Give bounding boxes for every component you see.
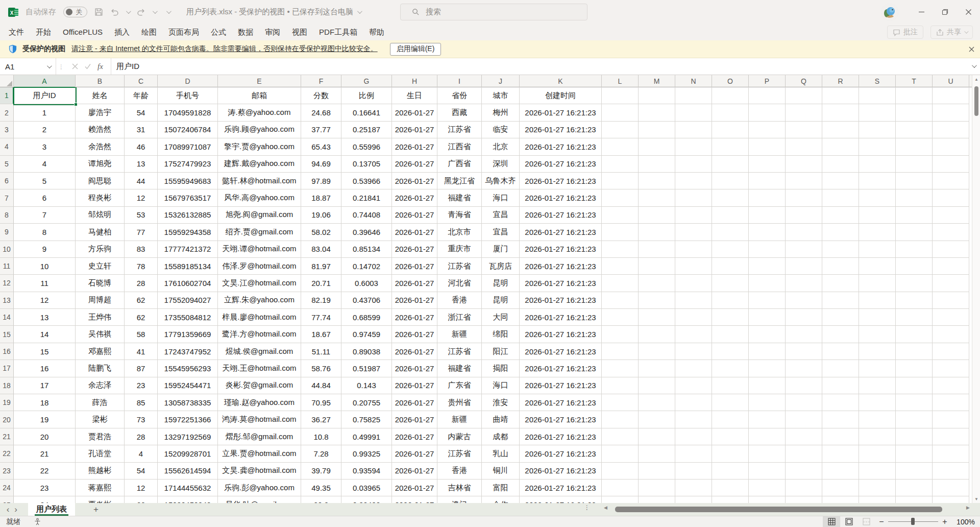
cell-Q12[interactable] [786,275,822,292]
cell-D21[interactable]: 13297192569 [158,428,218,445]
cell-T11[interactable] [896,258,933,275]
cell-H1[interactable]: 生日 [392,87,437,104]
column-header-F[interactable]: F [301,75,341,87]
cell-A17[interactable]: 16 [14,360,76,377]
cell-A6[interactable]: 5 [14,173,76,189]
cell-E24[interactable]: 乐驹.彭@yahoo.com [218,480,301,496]
menu-tab-文件[interactable]: 文件 [9,28,24,37]
cell-O3[interactable] [712,122,749,138]
cell-D18[interactable]: 15952454471 [158,377,218,394]
cell-O6[interactable] [712,173,749,189]
cell-O15[interactable] [712,326,749,343]
cell-B21[interactable]: 贾君浩 [76,428,125,445]
cell-T23[interactable] [896,463,933,480]
cell-B2[interactable]: 廖浩宇 [76,104,125,121]
cell-J12[interactable]: 昆明 [482,275,520,292]
cell-S19[interactable] [859,394,896,411]
cell-G1[interactable]: 比例 [341,87,392,104]
cell-Q18[interactable] [786,377,822,394]
cell-D6[interactable]: 15595949683 [158,173,218,189]
cell-B11[interactable]: 史立轩 [76,258,125,275]
menu-tab-绘图[interactable]: 绘图 [141,28,157,37]
cell-E11[interactable]: 伟泽.罗@hotmail.com [218,258,301,275]
vertical-scrollbar[interactable]: ▲ ▼ [972,75,980,503]
cell-S25[interactable] [859,496,896,503]
cell-O5[interactable] [712,156,749,173]
cell-E22[interactable]: 立果.贾@hotmail.com [218,445,301,462]
cell-K4[interactable]: 2026-01-27 16:21:23 [520,138,602,155]
cell-N22[interactable] [675,445,712,462]
formula-content[interactable]: 用户ID [111,58,980,75]
cell-Q13[interactable] [786,292,822,309]
column-header-H[interactable]: H [392,75,437,87]
cell-E15[interactable]: 鹭洋.方@hotmail.com [218,326,301,343]
cell-H17[interactable]: 2026-01-27 [392,360,437,377]
cell-R19[interactable] [822,394,859,411]
cell-F10[interactable]: 83.04 [301,241,341,258]
cell-U18[interactable] [933,377,969,394]
cell-I20[interactable]: 新疆 [437,411,482,428]
cell-G12[interactable]: 0.6003 [341,275,392,292]
cell-F4[interactable]: 65.43 [301,138,341,155]
cell-R18[interactable] [822,377,859,394]
cell-R4[interactable] [822,138,859,155]
close-button[interactable] [957,0,980,24]
cell-B7[interactable]: 程炎彬 [76,189,125,206]
cell-M14[interactable] [639,309,675,326]
cell-L24[interactable] [602,480,639,496]
cell-M4[interactable] [639,138,675,155]
cell-F16[interactable]: 51.11 [301,343,341,360]
cell-R13[interactable] [822,292,859,309]
cell-G6[interactable]: 0.53966 [341,173,392,189]
cell-T12[interactable] [896,275,933,292]
cell-P21[interactable] [749,428,786,445]
cell-G5[interactable]: 0.13705 [341,156,392,173]
column-header-C[interactable]: C [125,75,158,87]
cell-D14[interactable]: 17355084812 [158,309,218,326]
cell-O22[interactable] [712,445,749,462]
cell-D5[interactable]: 17527479923 [158,156,218,173]
cell-U17[interactable] [933,360,969,377]
cell-L3[interactable] [602,122,639,138]
cell-T24[interactable] [896,480,933,496]
cell-F19[interactable]: 70.95 [301,394,341,411]
cell-G18[interactable]: 0.143 [341,377,392,394]
cell-N21[interactable] [675,428,712,445]
cell-K7[interactable]: 2026-01-27 16:21:23 [520,189,602,206]
cell-J6[interactable]: 乌鲁木齐 [482,173,520,189]
cell-G15[interactable]: 0.97459 [341,326,392,343]
cell-L25[interactable] [602,496,639,503]
cell-C22[interactable]: 4 [125,445,158,462]
cell-T22[interactable] [896,445,933,462]
cell-F7[interactable]: 18.87 [301,189,341,206]
cell-J11[interactable]: 瓦房店 [482,258,520,275]
row-header-23[interactable]: 23 [0,463,14,480]
cell-H24[interactable]: 2026-01-27 [392,480,437,496]
cell-I25[interactable]: 澳门 [437,496,482,503]
row-header-8[interactable]: 8 [0,207,14,224]
cell-L1[interactable] [602,87,639,104]
cell-B24[interactable]: 蒋嘉熙 [76,480,125,496]
cell-G25[interactable]: 0.33492 [341,496,392,503]
cell-R9[interactable] [822,224,859,241]
cell-M1[interactable] [639,87,675,104]
cell-U4[interactable] [933,138,969,155]
cell-R15[interactable] [822,326,859,343]
cell-U5[interactable] [933,156,969,173]
cell-I12[interactable]: 河北省 [437,275,482,292]
cell-E18[interactable]: 炎彬.贺@gmail.com [218,377,301,394]
accessibility-icon[interactable] [34,518,41,525]
row-header-6[interactable]: 6 [0,173,14,189]
cell-N10[interactable] [675,241,712,258]
cell-J20[interactable]: 曲靖 [482,411,520,428]
cell-H23[interactable]: 2026-01-27 [392,463,437,480]
cell-K8[interactable]: 2026-01-27 16:21:23 [520,207,602,224]
cell-R5[interactable] [822,156,859,173]
cell-Q4[interactable] [786,138,822,155]
cell-B9[interactable]: 马健柏 [76,224,125,241]
cell-P9[interactable] [749,224,786,241]
cell-P17[interactable] [749,360,786,377]
cell-N25[interactable] [675,496,712,503]
cell-E14[interactable]: 梓晨.廖@hotmail.com [218,309,301,326]
cell-L15[interactable] [602,326,639,343]
